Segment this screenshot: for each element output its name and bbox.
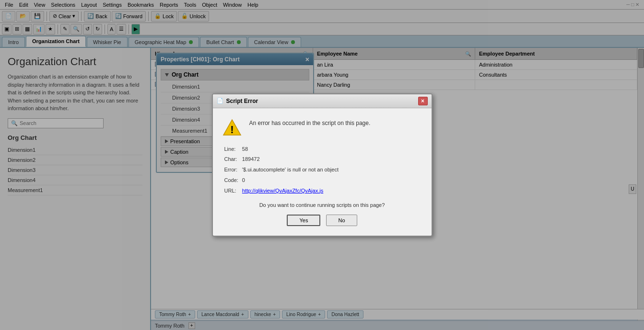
error-value: '$.ui.autocomplete' is null or not an ob…: [242, 165, 342, 176]
script-icon: 📄: [217, 98, 223, 104]
error-label: Error:: [224, 165, 242, 176]
error-line-row: Line: 58: [224, 145, 342, 155]
dialog-icon-row: ! An error has occurred in the script on…: [222, 118, 422, 137]
warning-icon: !: [222, 118, 242, 137]
url-link[interactable]: http://qlikview/QvAjaxZfc/QvAjax.js: [242, 188, 323, 193]
url-label: URL:: [224, 186, 242, 197]
script-error-body: ! An error has occurred in the script on…: [213, 108, 432, 236]
error-code-row: Code: 0: [224, 176, 342, 186]
yes-button[interactable]: Yes: [287, 215, 320, 226]
script-error-titlebar: 📄 Script Error ×: [213, 94, 432, 108]
error-char-row: Char: 189472: [224, 155, 342, 165]
char-label: Char:: [224, 155, 242, 165]
error-error-row: Error: '$.ui.autocomplete' is null or no…: [224, 165, 342, 176]
no-button[interactable]: No: [326, 215, 357, 226]
code-label: Code:: [224, 176, 242, 186]
script-error-title: Script Error: [226, 98, 258, 104]
script-error-dialog: 📄 Script Error × ! An error has occurred…: [212, 93, 433, 237]
error-message: An error has occurred in the script on t…: [249, 118, 371, 126]
svg-text:!: !: [230, 124, 234, 136]
error-details-table: Line: 58 Char: 189472 Error: '$.ui.autoc…: [224, 145, 342, 197]
error-url-row: URL: http://qlikview/QvAjaxZfc/QvAjax.js: [224, 186, 342, 197]
code-value: 0: [242, 176, 342, 186]
dialog-question: Do you want to continue running scripts …: [222, 202, 422, 208]
script-error-close-button[interactable]: ×: [418, 97, 428, 105]
line-label: Line:: [224, 145, 242, 155]
script-error-overlay: 📄 Script Error × ! An error has occurred…: [0, 0, 644, 330]
dialog-buttons: Yes No: [222, 215, 422, 231]
error-details: Line: 58 Char: 189472 Error: '$.ui.autoc…: [222, 145, 422, 197]
char-value: 189472: [242, 155, 342, 165]
line-value: 58: [242, 145, 342, 155]
